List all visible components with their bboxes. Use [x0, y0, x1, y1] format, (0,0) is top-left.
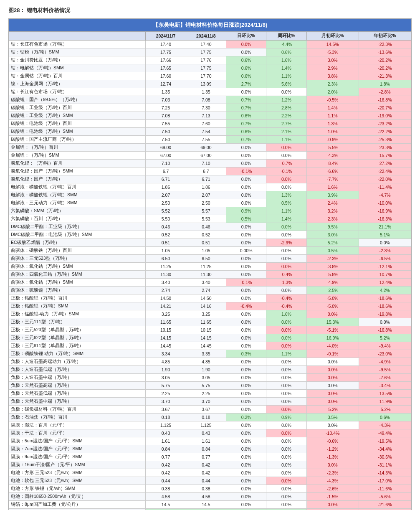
item-value: -16.3% [359, 215, 411, 223]
table-row: DMC碳酸二甲酯：工业级（万/吨）0.460.460.0%0.0%9.5%21.… [9, 223, 411, 231]
item-value: 0.0% [226, 445, 266, 453]
item-value: -49.4% [359, 429, 411, 437]
item-value: 1.35 [186, 88, 226, 96]
item-value: 1.125 [146, 421, 186, 429]
item-value: 2.25 [186, 390, 226, 398]
item-value: 0.0% [226, 453, 266, 461]
item-value: -19.5% [359, 437, 411, 445]
item-value: -7.7% [306, 175, 359, 183]
item-value: 1.125 [186, 421, 226, 429]
item-value: -0.1% [306, 350, 359, 358]
item-value: 0.0% [266, 358, 306, 366]
item-name: 前驱体：四氧化三钴（万/吨）SMM [9, 271, 146, 279]
table-row: 电池：圆柱18650-2500mAh（元/支）4.584.580.0%0.0%-… [9, 493, 411, 501]
item-value: 0.0% [266, 485, 306, 493]
item-name: 电池：方形-三元523（元/wh）SMM [9, 469, 146, 477]
item-name: 负极：天然石墨高端（万/吨） [9, 382, 146, 390]
item-value: 7.08 [146, 112, 186, 120]
item-value: 16.9% [306, 334, 359, 342]
item-value: -20.2% [359, 56, 411, 64]
item-value: 6.7 [146, 167, 186, 175]
item-value: 0.0% [266, 318, 306, 326]
item-value: 0.6% [226, 112, 266, 120]
item-value: 0.0% [226, 152, 266, 160]
item-value: 11.25 [186, 263, 226, 271]
item-value: -0.6% [306, 437, 359, 445]
item-name: 碳酸锂：电池级（万/吨）百川 [9, 120, 146, 128]
item-value: 3.0% [306, 231, 359, 239]
item-value: -19.8% [359, 310, 411, 318]
table-row: 隔膜：5um湿法/国产（元/平）SMM1.611.610.0%0.0%-0.6%… [9, 437, 411, 445]
item-value: -1.2% [306, 445, 359, 453]
item-value: 0.0% [226, 366, 266, 374]
item-value: 0.0% [306, 366, 359, 374]
table-row: 钴：金属钴（万/吨）百川17.6017.700.6%1.1%3.8%-21.3% [9, 72, 411, 80]
item-value: 1.1% [266, 72, 306, 80]
table-row: 正极：三元622型（单晶型，万/吨）14.1514.150.0%0.0%16.9… [9, 334, 411, 342]
item-value: 0.0% [226, 485, 266, 493]
item-value: 1.86 [146, 183, 186, 191]
item-value: 0.46 [146, 223, 186, 231]
item-value: 69.00 [146, 144, 186, 152]
item-value: 0.0% [266, 88, 306, 96]
item-value: 1.90 [186, 366, 226, 374]
item-value: 0.0% [226, 144, 266, 152]
item-value: 0.0% [359, 318, 411, 326]
item-value: 2.1% [266, 128, 306, 136]
item-value: -2.3% [359, 247, 411, 255]
item-value: 13.09 [186, 80, 226, 88]
item-value: 9.5% [306, 223, 359, 231]
item-value: 3.2% [306, 207, 359, 215]
item-value: 0.0% [226, 294, 266, 302]
page-wrapper: 图28： 锂电材料价格情况 【东吴电新】锂电材料价格每日涨跌(2024/11/8… [0, 0, 420, 510]
table-row: 金属锂：（万/吨）SMM67.0067.000.0%0.0%-4.3%-15.7… [9, 152, 411, 160]
item-value: 17.40 [186, 41, 226, 48]
item-value: 0.0% [226, 374, 266, 382]
item-value: 7.03 [146, 96, 186, 104]
table-row: 前驱体：硫酸镍（万/吨）2.742.740.0%0.0%-2.5%4.2% [9, 287, 411, 294]
table-row: 隔膜：干法：百川（元/平）0.430.430.0%0.0%-10.4%-49.4… [9, 429, 411, 437]
item-value: 0.6% [226, 128, 266, 136]
table-row: 电池：方形-三元523（元/wh）SMM0.420.420.0%0.0%-2.3… [9, 469, 411, 477]
item-value: 5.53 [186, 215, 226, 223]
item-name: 前驱体：氧化钴（万/吨）SMM [9, 263, 146, 271]
table-main-header: 【东吴电新】锂电材料价格每日涨跌(2024/11/8) [9, 19, 411, 32]
item-value: -2.3% [306, 255, 359, 263]
table-row: 钴：电解钴（万/吨）SMM17.6517.750.6%1.4%2.9%-20.2… [9, 64, 411, 72]
item-value: -8.4% [306, 160, 359, 167]
item-value: 0.00% [226, 247, 266, 255]
item-value: -11.4% [359, 183, 411, 191]
item-name: 负极：人造石墨中端（万/吨） [9, 374, 146, 382]
item-value: 1.86 [186, 183, 226, 191]
item-name: 氢氧化锂：（万/吨）百川 [9, 160, 146, 167]
item-value: 0.0% [266, 326, 306, 334]
item-value: 1.3% [306, 120, 359, 128]
item-value: 0.0% [226, 382, 266, 390]
table-row: 锰：长江有色市场（万/吨）1.351.350.0%0.0%2.0%-2.8% [9, 88, 411, 96]
item-value: 3.05 [146, 374, 186, 382]
item-value: 0.38 [186, 485, 226, 493]
item-value: -6.5% [359, 255, 411, 263]
item-value: 5.50 [146, 215, 186, 223]
item-value: -4.4% [266, 41, 306, 48]
item-value: -0.1% [266, 167, 306, 175]
item-value: 4.2% [359, 287, 411, 294]
table-row: 氢氧化锂：国产（万/吨）6.716.710.0%0.0%-7.7%-22.0% [9, 175, 411, 183]
item-value: 0.18 [186, 414, 226, 421]
item-value: -23.2% [359, 120, 411, 128]
item-value: 7.60 [186, 120, 226, 128]
item-value: -4.9% [306, 279, 359, 287]
item-value: 1.1% [266, 207, 306, 215]
item-value: 14.45 [186, 342, 226, 350]
table-row: 隔膜：7um湿法/国产（元/平）SMM0.840.840.0%0.0%-1.2%… [9, 445, 411, 453]
item-value: 67.00 [186, 152, 226, 160]
item-value: -5.2% [359, 406, 411, 414]
item-value: 5.2% [359, 334, 411, 342]
item-value: -1.5% [306, 493, 359, 501]
item-value: -17.0% [359, 477, 411, 485]
item-value: 5.75 [186, 382, 226, 390]
item-value: 6.71 [186, 175, 226, 183]
item-value: 5.57 [186, 207, 226, 215]
table-row: 电解液：三元动力（万/吨）SMM2.502.500.0%0.5%2.4%-10.… [9, 199, 411, 207]
table-row: 电解液：磷酸铁锂（万/吨）SMM2.072.070.0%1.3%3.9%-4.7… [9, 191, 411, 199]
